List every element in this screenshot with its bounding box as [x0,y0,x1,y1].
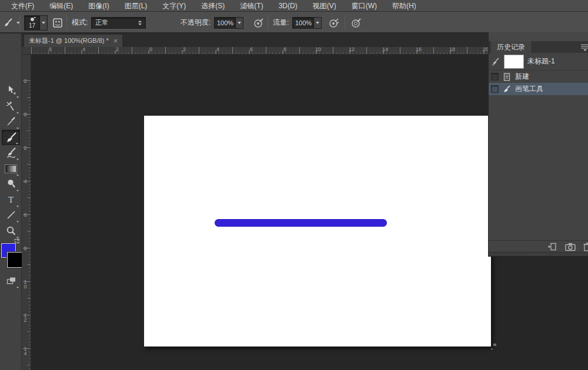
brush-picker-dropdown-button[interactable] [40,15,48,31]
ruler-tick-label: 6 [23,213,28,217]
ruler-tick-label: 0 [23,112,28,117]
ruler-tick-label: 8 [283,47,286,52]
pressure-size-button[interactable] [350,12,362,33]
history-panel-footer [489,240,588,252]
horizontal-ruler[interactable]: 6 4 2 0 2 4 6 8 10 12 14 16 18 20 [22,47,488,55]
opacity-label: 不透明度: [181,18,211,28]
menu-select[interactable]: 选择(S) [193,0,232,12]
cursor-artifact [491,348,493,350]
menu-window[interactable]: 窗口(W) [344,0,385,12]
flow-dropdown-button[interactable] [314,17,322,29]
brush-preset-icon [2,17,14,29]
opacity-field[interactable]: 100% [214,12,243,33]
screen-mode-button[interactable] [2,273,20,288]
tool-mixer-brush-button[interactable] [2,145,20,160]
updown-arrows-icon [138,21,142,25]
airbrush-button[interactable] [328,12,340,33]
tool-eyedropper-button[interactable] [2,114,20,129]
brush-stroke [215,219,387,227]
ruler-tick-label: 6 [250,47,253,52]
new-doc-from-state-icon[interactable] [547,242,557,251]
menu-layer[interactable]: 图层(L) [117,0,155,12]
history-panel-title: 历史记录 [497,42,525,52]
ruler-tick-label: 2 [23,146,28,150]
history-item-new[interactable]: 新建 [489,70,588,83]
ruler-tick-label: 14 [382,47,388,52]
opacity-value: 100% [217,19,233,26]
tool-dodge-button[interactable] [2,176,20,191]
flow-field[interactable]: 100% [292,12,322,33]
tool-brush-button[interactable] [2,130,20,145]
gradient-icon [5,165,16,173]
ruler-tick-label: 2 [23,79,28,83]
separator [66,15,67,30]
separator [268,15,268,30]
history-source-checkbox[interactable] [491,85,499,93]
vertical-ruler[interactable]: 4 2 0 2 4 6 8 10 12 14 [22,55,31,370]
menu-file[interactable]: 文件(F) [4,0,42,12]
menu-filter[interactable]: 滤镜(T) [232,0,270,12]
ruler-tick-label: 4 [82,47,85,52]
ruler-tick-label: 4 [216,47,219,52]
tool-move-button[interactable] [2,83,20,98]
tool-magic-wand-button[interactable] [2,99,20,114]
mode-label: 模式: [72,18,88,28]
canvas[interactable] [144,116,491,347]
history-brush-source-icon[interactable] [491,57,500,66]
menu-type[interactable]: 文字(Y) [155,0,193,12]
history-panel-empty-area [489,95,588,240]
close-icon[interactable]: × [113,38,118,45]
menu-image[interactable]: 图像(I) [81,0,116,12]
tools-panel-grip[interactable]: ∙∙∙∙∙∙∙∙∙∙ [4,38,18,41]
panel-menu-icon[interactable] [580,43,588,51]
history-source-checkbox[interactable] [491,73,499,80]
background-color-swatch[interactable] [7,252,23,268]
history-panel-tab[interactable]: 历史记录 [491,41,531,53]
panel-resize-grip[interactable]: ∙∙∙∙∙∙∙∙ [489,252,588,257]
airbrush-icon [328,17,340,29]
history-panel: 历史记录 未标题-1 新建 画笔工具 [488,41,588,257]
menu-edit[interactable]: 编辑(E) [42,0,81,12]
ruler-tick-label: 6 [49,47,52,52]
photoshop-window: 文件(F) 编辑(E) 图像(I) 图层(L) 文字(Y) 选择(S) 滤镜(T… [0,0,588,370]
cursor-artifact [493,344,496,346]
toggle-brush-panel-button[interactable] [52,12,64,33]
history-panel-header: 历史记录 [489,41,588,53]
menu-3d[interactable]: 3D(D) [271,0,305,12]
ruler-tick-label: 2 [183,47,186,52]
tools-panel: ∙∙∙∙∙∙∙∙∙∙ [0,33,22,370]
ruler-tick-label: 12 [349,47,355,52]
document-tab[interactable]: 未标题-1 @ 100%(RGB/8) * × [24,34,123,47]
type-tool-icon: T [8,195,14,205]
ruler-tick-label: 14 [23,347,28,356]
trash-icon[interactable] [583,242,588,251]
ruler-tick-label: 16 [416,47,422,52]
history-item-snapshot[interactable]: 未标题-1 [489,53,588,70]
tool-gradient-button[interactable] [2,161,20,176]
ruler-tick-label: 20 [483,47,488,52]
brush-size-widget[interactable]: 17 [24,12,48,33]
ruler-tick-label: 12 [23,313,28,322]
separator [19,15,20,30]
document-tab-title: 未标题-1 @ 100%(RGB/8) * [29,36,109,45]
menu-view[interactable]: 视图(V) [305,0,344,12]
menu-bar: 文件(F) 编辑(E) 图像(I) 图层(L) 文字(Y) 选择(S) 滤镜(T… [0,0,588,12]
tool-zoom-button[interactable] [2,223,20,238]
ruler-tick-label: 18 [449,47,455,52]
snapshot-thumbnail[interactable] [504,55,524,69]
camera-icon[interactable] [564,242,576,251]
pressure-opacity-button[interactable] [253,12,265,33]
history-item-label: 画笔工具 [515,84,543,94]
pressure-size-icon [350,17,362,29]
ruler-tick-label: 2 [116,47,119,52]
opacity-dropdown-button[interactable] [236,17,243,29]
menu-help[interactable]: 帮助(H) [385,0,424,12]
history-item-brush[interactable]: 画笔工具 [489,83,588,95]
separator [345,15,345,30]
blend-mode-select[interactable]: 正常 [91,12,146,33]
tool-line-button[interactable] [2,207,20,223]
flow-value: 100% [295,19,312,26]
tool-type-button[interactable]: T [2,192,20,207]
brush-icon [502,85,512,94]
tool-preset-picker[interactable] [2,12,20,33]
